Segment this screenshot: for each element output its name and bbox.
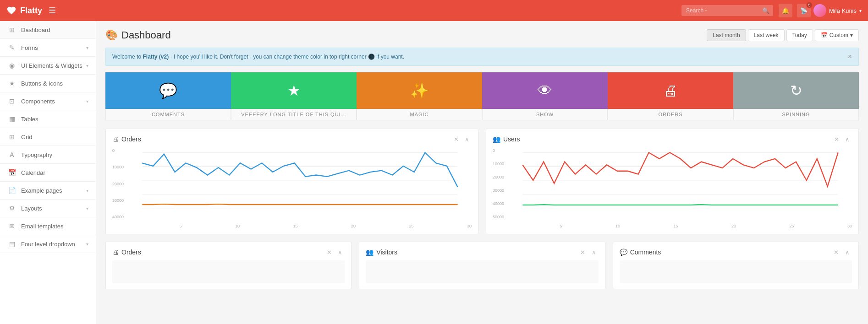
stat-card-icon-area-show: 👁 <box>482 72 608 109</box>
orders-chart-header: 🖨 Orders ✕ ∧ <box>112 135 472 144</box>
search-wrap: 🔍 <box>681 5 773 16</box>
bottom-chart-comments2: 💬 Comments ✕ ∧ <box>613 242 859 289</box>
stat-card-spinning[interactable]: ↻ SPINNING <box>733 72 859 120</box>
avatar-image <box>813 4 826 17</box>
rss-badge: 5 <box>806 2 813 8</box>
hamburger-button[interactable]: ☰ <box>49 5 56 16</box>
orders-chart-icon: 🖨 <box>112 135 119 143</box>
heart-icon <box>6 5 16 16</box>
alert-text: Welcome to Flatty (v2) - I hope you'll l… <box>112 54 404 60</box>
sidebar-item-tables[interactable]: ▦ Tables <box>0 110 96 128</box>
bottom-icon-comments2: 💬 <box>620 248 627 256</box>
last-month-button[interactable]: Last month <box>707 29 746 41</box>
stat-card-icon-area-orders: 🖨 <box>608 72 733 109</box>
sidebar-item-grid[interactable]: ⊞ Grid <box>0 128 96 146</box>
orders-chart-expand[interactable]: ∧ <box>462 135 472 144</box>
user-name: Mila Kunis <box>829 7 857 14</box>
user-menu[interactable]: Mila Kunis ▾ <box>813 4 862 17</box>
orders-chart-close[interactable]: ✕ <box>451 135 461 144</box>
bottom-header-visitors: 👥 Visitors ✕ ∧ <box>366 248 598 257</box>
alert-close-button[interactable]: × <box>848 53 852 61</box>
stat-card-icon-spinning: ↻ <box>790 82 802 99</box>
stat-card-icon-area-veeeery-long: ★ <box>231 72 357 109</box>
bottom-header-comments2: 💬 Comments ✕ ∧ <box>620 248 852 257</box>
sidebar: ⊞ Dashboard ✎ Forms ▾ ◉ UI Elements & Wi… <box>0 21 96 324</box>
avatar <box>813 4 826 17</box>
sidebar-icon-ui-elements: ◉ <box>7 62 16 69</box>
last-week-button[interactable]: Last week <box>748 29 785 41</box>
sidebar-item-forms[interactable]: ✎ Forms ▾ <box>0 39 96 57</box>
main-content: 🎨 Dashboard Last month Last week Today 📅… <box>96 21 868 324</box>
stat-card-icon-orders: 🖨 <box>663 82 678 99</box>
sidebar-item-typography[interactable]: A Typography <box>0 146 96 164</box>
stat-card-comments[interactable]: 💬 COMMENTS <box>105 72 231 120</box>
bottom-actions-visitors: ✕ ∧ <box>578 248 599 257</box>
stat-card-icon-area-magic: ✨ <box>357 72 482 109</box>
users-chart-actions: ✕ ∧ <box>832 135 852 144</box>
orders-chart-area: 400003000020000100000 51015202530 <box>112 148 472 228</box>
users-chart-expand[interactable]: ∧ <box>843 135 852 144</box>
sidebar-label-tables: Tables <box>21 116 88 123</box>
sidebar-arrow-components: ▾ <box>86 99 88 104</box>
sidebar-icon-tables: ▦ <box>7 115 16 123</box>
sidebar-arrow-layouts: ▾ <box>86 206 88 211</box>
calendar-icon: 📅 <box>821 32 828 38</box>
chevron-down-icon: ▾ <box>859 8 862 13</box>
sidebar-icon-dashboard: ⊞ <box>7 26 16 33</box>
stat-card-veeeery-long[interactable]: ★ VEEEERY LONG TITLE OF THIS QUI... <box>231 72 357 120</box>
today-button[interactable]: Today <box>786 29 813 41</box>
stat-card-magic[interactable]: ✨ MAGIC <box>357 72 482 120</box>
charts-row: 🖨 Orders ✕ ∧ 400003000020000100000 51015… <box>105 129 859 234</box>
users-chart-close[interactable]: ✕ <box>832 135 841 144</box>
bottom-title-comments2: 💬 Comments <box>620 248 661 256</box>
sidebar-item-components[interactable]: ⊡ Components ▾ <box>0 92 96 110</box>
sidebar-icon-email-templates: ✉ <box>7 222 16 230</box>
sidebar-icon-typography: A <box>7 151 16 158</box>
sidebar-icon-four-level: ▤ <box>7 240 16 248</box>
sidebar-label-email-templates: Email templates <box>21 223 88 230</box>
bottom-expand-visitors[interactable]: ∧ <box>589 248 599 257</box>
stat-card-label-veeeery-long: VEEEERY LONG TITLE OF THIS QUI... <box>231 109 357 120</box>
bottom-title-visitors: 👥 Visitors <box>366 248 397 256</box>
sidebar-item-email-templates[interactable]: ✉ Email templates <box>0 217 96 235</box>
bottom-icon-orders2: 🖨 <box>112 248 119 256</box>
bottom-close-orders2[interactable]: ✕ <box>324 248 334 257</box>
search-input[interactable] <box>681 5 773 16</box>
stat-card-show[interactable]: 👁 SHOW <box>482 72 608 120</box>
stat-card-orders[interactable]: 🖨 ORDERS <box>608 72 733 120</box>
sidebar-label-dashboard: Dashboard <box>21 27 88 33</box>
bottom-actions-comments2: ✕ ∧ <box>832 248 852 257</box>
bottom-header-orders2: 🖨 Orders ✕ ∧ <box>112 248 345 257</box>
sidebar-icon-calendar: 📅 <box>7 169 16 176</box>
sidebar-item-example-pages[interactable]: 📄 Example pages ▾ <box>0 182 96 200</box>
sidebar-label-four-level: Four level dropdown <box>21 241 86 248</box>
alert-banner: Welcome to Flatty (v2) - I hope you'll l… <box>105 48 859 66</box>
sidebar-item-four-level[interactable]: ▤ Four level dropdown ▾ <box>0 235 96 253</box>
bottom-close-visitors[interactable]: ✕ <box>578 248 588 257</box>
sidebar-item-dashboard[interactable]: ⊞ Dashboard <box>0 21 96 39</box>
stat-card-icon-magic: ✨ <box>410 82 429 99</box>
sidebar-item-ui-elements[interactable]: ◉ UI Elements & Widgets ▾ <box>0 57 96 75</box>
top-nav: Flatty ☰ 🔍 🔔 📡 5 Mila Kunis ▾ <box>0 0 868 21</box>
bottom-close-comments2[interactable]: ✕ <box>832 248 841 257</box>
bottom-expand-comments2[interactable]: ∧ <box>843 248 852 257</box>
sidebar-item-layouts[interactable]: ⚙ Layouts ▾ <box>0 200 96 217</box>
bottom-chart-orders2: 🖨 Orders ✕ ∧ <box>105 242 352 289</box>
bottom-expand-orders2[interactable]: ∧ <box>335 248 345 257</box>
sidebar-arrow-four-level: ▾ <box>86 242 88 247</box>
page-header: 🎨 Dashboard Last month Last week Today 📅… <box>105 29 859 41</box>
bottom-chart-visitors: 👥 Visitors ✕ ∧ <box>359 242 605 289</box>
sidebar-icon-layouts: ⚙ <box>7 205 16 212</box>
sidebar-item-calendar[interactable]: 📅 Calendar <box>0 164 96 182</box>
notification-button[interactable]: 🔔 <box>779 4 792 17</box>
stat-card-icon-veeeery-long: ★ <box>287 82 301 99</box>
bottom-actions-orders2: ✕ ∧ <box>324 248 345 257</box>
nav-icons: 🔔 📡 5 <box>779 4 811 17</box>
sidebar-item-buttons-icons[interactable]: ★ Buttons & Icons <box>0 75 96 92</box>
dashboard-icon: 🎨 <box>105 29 118 41</box>
sidebar-icon-grid: ⊞ <box>7 133 16 140</box>
sidebar-label-calendar: Calendar <box>21 169 88 176</box>
rss-button[interactable]: 📡 5 <box>797 4 811 17</box>
sidebar-label-typography: Typography <box>21 151 88 158</box>
custom-button[interactable]: 📅 Custom ▾ <box>815 29 859 41</box>
